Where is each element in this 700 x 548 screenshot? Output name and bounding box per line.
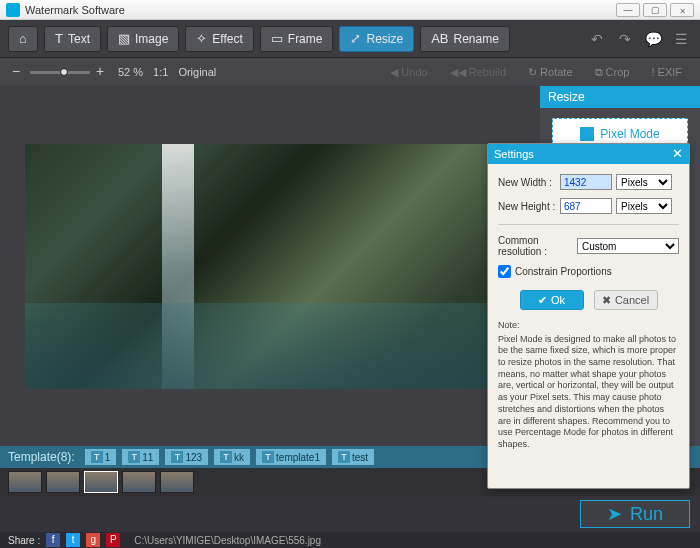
zoom-out-icon[interactable]: − (12, 66, 24, 78)
exif-action[interactable]: ! EXIF (645, 66, 688, 78)
constrain-proportions-label: Constrain Proportions (515, 266, 612, 277)
undo-action[interactable]: ◀ Undo (384, 66, 433, 79)
zoom-slider[interactable]: − + (12, 66, 108, 78)
zoom-value: 52 % (118, 66, 143, 78)
new-height-label: New Height : (498, 201, 556, 212)
minimize-button[interactable]: — (616, 3, 640, 17)
thumbnail[interactable] (160, 471, 194, 493)
template-item[interactable]: T123 (165, 449, 208, 465)
template-label: Template(8): (8, 450, 75, 464)
googleplus-icon[interactable]: g (86, 533, 100, 547)
template-item[interactable]: T1 (85, 449, 117, 465)
image-icon: ▧ (118, 31, 130, 46)
ratio-button[interactable]: 1:1 (153, 66, 168, 78)
template-item[interactable]: Ttemplate1 (256, 449, 326, 465)
constrain-proportions-checkbox[interactable] (498, 265, 511, 278)
settings-dialog: Settings ✕ New Width : Pixels New Height… (487, 143, 690, 489)
thumbnail[interactable] (122, 471, 156, 493)
thumbnail[interactable] (46, 471, 80, 493)
main-toolbar: ⌂ TText ▧Image ✧Effect ▭Frame ⤢Resize AB… (0, 20, 700, 58)
common-resolution-label: Common resolution : (498, 235, 573, 257)
frame-button[interactable]: ▭Frame (260, 26, 334, 52)
resize-button[interactable]: ⤢Resize (339, 26, 414, 52)
run-button[interactable]: ➤ Run (580, 500, 690, 528)
new-height-field: New Height : Pixels (498, 198, 679, 214)
note-text: Note: Pixel Mode is designed to make all… (498, 320, 679, 451)
new-height-input[interactable] (560, 198, 612, 214)
app-icon (6, 3, 20, 17)
check-icon: ✔ (538, 294, 547, 307)
dialog-title: Settings (494, 144, 534, 164)
common-resolution-select[interactable]: Custom (577, 238, 679, 254)
rename-icon: AB (431, 31, 448, 46)
undo-icon[interactable]: ↶ (586, 28, 608, 50)
new-width-label: New Width : (498, 177, 556, 188)
zoom-in-icon[interactable]: + (96, 66, 108, 78)
template-item[interactable]: Tkk (214, 449, 250, 465)
window-title: Watermark Software (25, 4, 125, 16)
home-button[interactable]: ⌂ (8, 26, 38, 52)
dialog-titlebar: Settings ✕ (488, 144, 689, 164)
image-button[interactable]: ▧Image (107, 26, 179, 52)
cancel-icon: ✖ (602, 294, 611, 307)
home-icon: ⌂ (19, 31, 27, 46)
new-width-input[interactable] (560, 174, 612, 190)
side-panel-title: Resize (540, 86, 700, 108)
constrain-proportions-row: Constrain Proportions (498, 265, 679, 278)
pinterest-icon[interactable]: P (106, 533, 120, 547)
common-resolution-field: Common resolution : Custom (498, 235, 679, 257)
effect-icon: ✧ (196, 31, 207, 46)
rename-button[interactable]: ABRename (420, 26, 510, 52)
template-item[interactable]: T11 (122, 449, 159, 465)
frame-icon: ▭ (271, 31, 283, 46)
share-label: Share : (8, 535, 40, 546)
canvas-area (0, 86, 540, 446)
maximize-button[interactable]: ▢ (643, 3, 667, 17)
template-item[interactable]: Ttest (332, 449, 374, 465)
text-icon: T (55, 31, 63, 46)
sub-toolbar: − + 52 % 1:1 Original ◀ Undo ◀◀ Rebuild … (0, 58, 700, 86)
resize-icon: ⤢ (350, 31, 361, 46)
crop-action[interactable]: ⧉ Crop (589, 66, 636, 79)
thumbnail[interactable] (84, 471, 118, 493)
rebuild-action[interactable]: ◀◀ Rebuild (444, 66, 512, 79)
chat-icon[interactable]: 💬 (642, 28, 664, 50)
photo-preview[interactable] (25, 144, 515, 389)
facebook-icon[interactable]: f (46, 533, 60, 547)
new-width-unit[interactable]: Pixels (616, 174, 672, 190)
text-button[interactable]: TText (44, 26, 101, 52)
new-height-unit[interactable]: Pixels (616, 198, 672, 214)
run-bar: ➤ Run (0, 496, 700, 532)
close-button[interactable]: ⨉ (670, 3, 694, 17)
rotate-action[interactable]: ↻ Rotate (522, 66, 578, 79)
cancel-button[interactable]: ✖Cancel (594, 290, 658, 310)
redo-icon[interactable]: ↷ (614, 28, 636, 50)
ok-button[interactable]: ✔Ok (520, 290, 584, 310)
status-bar: Share : f t g P C:\Users\YIMIGE\Desktop\… (0, 532, 700, 548)
pixel-mode-icon (580, 127, 594, 141)
effect-button[interactable]: ✧Effect (185, 26, 253, 52)
dialog-close-icon[interactable]: ✕ (672, 144, 683, 164)
thumbnail[interactable] (8, 471, 42, 493)
original-button[interactable]: Original (178, 66, 216, 78)
menu-icon[interactable]: ☰ (670, 28, 692, 50)
new-width-field: New Width : Pixels (498, 174, 679, 190)
twitter-icon[interactable]: t (66, 533, 80, 547)
window-titlebar: Watermark Software — ▢ ⨉ (0, 0, 700, 20)
file-path: C:\Users\YIMIGE\Desktop\IMAGE\556.jpg (134, 535, 321, 546)
run-icon: ➤ (607, 503, 622, 525)
